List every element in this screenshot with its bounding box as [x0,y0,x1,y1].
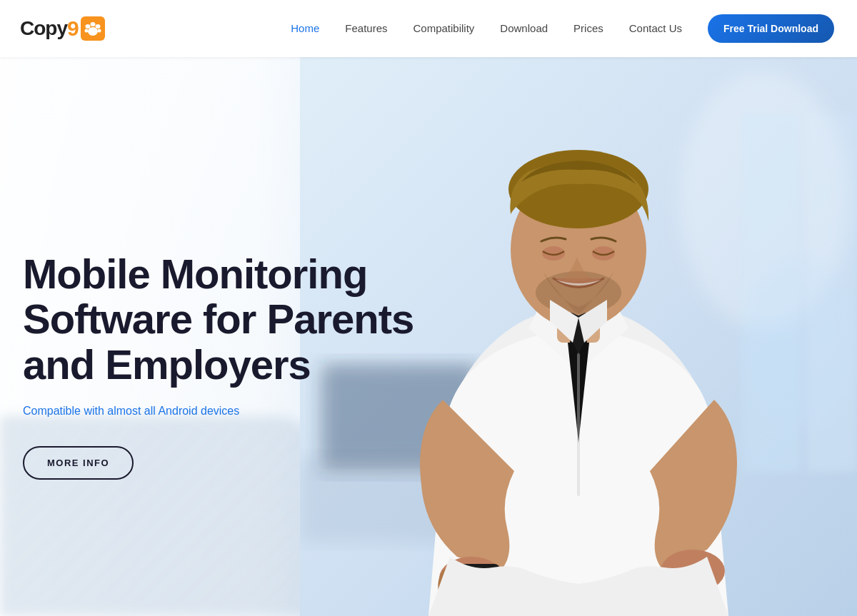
logo-text-copy: Copy [20,17,67,40]
nav-link-download[interactable]: Download [500,22,548,34]
svg-point-27 [84,29,88,33]
svg-point-24 [85,24,90,29]
hero-subtext-highlight: almost all Android devices [107,405,239,417]
nav-link-compatibility[interactable]: Compatibility [413,22,474,34]
hero-headline: Mobile Monitoring Software for Parents a… [23,251,414,387]
hero-subtext: Compatible with almost all Android devic… [23,405,414,418]
svg-rect-16 [577,353,580,496]
paw-icon [80,16,106,41]
nav-item-contact[interactable]: Contact Us [629,22,682,35]
svg-point-8 [743,257,857,428]
nav-item-prices[interactable]: Prices [573,22,603,35]
hero-content: Mobile Monitoring Software for Parents a… [23,251,414,479]
nav-item-features[interactable]: Features [345,22,387,35]
hero-headline-line1: Mobile Monitoring [23,250,367,296]
nav-item-home[interactable]: Home [291,22,319,35]
navbar: Copy9 [0,0,857,57]
nav-item-cta[interactable]: Free Trial Download [708,14,834,43]
more-info-button[interactable]: MORE INFO [23,446,134,480]
svg-point-23 [88,27,98,36]
nav-item-compatibility[interactable]: Compatibility [413,22,474,35]
hero-section: Copy9 [0,0,857,616]
logo[interactable]: Copy9 [20,16,106,41]
nav-links: Home Features Compatibility Download Pri… [291,14,834,43]
svg-point-25 [90,22,95,26]
hero-headline-line2: Software for Parents [23,296,414,342]
nav-link-contact[interactable]: Contact Us [629,22,682,34]
nav-link-prices[interactable]: Prices [573,22,603,34]
nav-link-features[interactable]: Features [345,22,387,34]
hero-headline-line3: and Employers [23,341,311,388]
nav-link-home[interactable]: Home [291,22,319,34]
nav-item-download[interactable]: Download [500,22,548,35]
free-trial-download-button[interactable]: Free Trial Download [708,14,834,43]
hero-subtext-prefix: Compatible with [23,405,107,417]
svg-point-26 [95,24,100,29]
svg-point-28 [97,29,101,33]
logo-text-9: 9 [67,16,79,41]
